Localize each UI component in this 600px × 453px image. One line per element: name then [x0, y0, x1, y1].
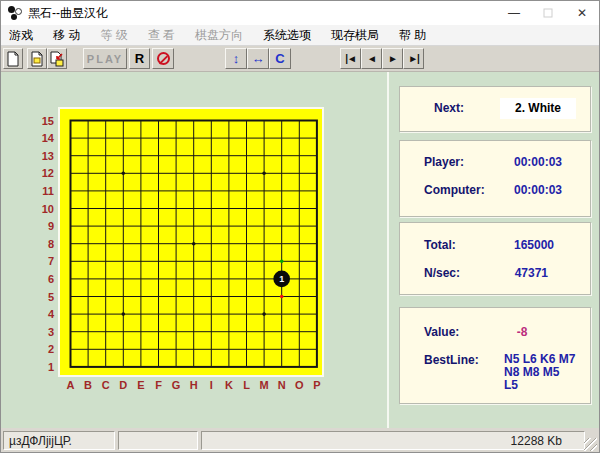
app-icon — [7, 5, 23, 21]
computer-time: 00:00:03 — [498, 183, 562, 197]
svg-text:O: O — [295, 379, 304, 391]
title-bar: 黑石--曲昱汉化 — ✕ — [1, 1, 599, 25]
next-panel: Next: 2. White — [399, 86, 591, 132]
close-button[interactable]: ✕ — [565, 1, 599, 25]
menu-level[interactable]: 等 级 — [100, 27, 127, 44]
svg-text:N: N — [278, 379, 286, 391]
resize-grip-icon[interactable] — [584, 438, 597, 451]
svg-text:K: K — [225, 379, 233, 391]
svg-text:I: I — [210, 379, 213, 391]
next-label: Next: — [434, 101, 464, 115]
r-label: R — [135, 51, 144, 66]
svg-text:13: 13 — [42, 150, 54, 162]
stop-icon — [157, 52, 170, 65]
play-button[interactable]: PLAY — [83, 48, 127, 69]
clock-panel: Player: 00:00:03 Computer: 00:00:03 — [399, 140, 591, 217]
svg-text:L: L — [243, 379, 250, 391]
board-svg[interactable]: 1151413121110987654321ABCDEFGHIKLMNOP — [29, 101, 329, 397]
window-title: 黑石--曲昱汉化 — [28, 5, 108, 22]
nav-last-icon: ►| — [408, 53, 419, 64]
flip-vertical-button[interactable]: ↕ — [225, 48, 247, 69]
open-button[interactable] — [27, 48, 47, 69]
menu-help[interactable]: 帮 助 — [399, 27, 426, 44]
new-icon — [5, 51, 21, 67]
rotate-icon: C — [275, 51, 284, 66]
maximize-button[interactable] — [531, 1, 565, 25]
svg-text:12: 12 — [42, 167, 54, 179]
menu-game[interactable]: 游戏 — [9, 27, 33, 44]
svg-text:4: 4 — [48, 308, 55, 320]
menu-bar: 游戏 移 动 等 级 查 看 棋盘方向 系统选项 现存棋局 帮 助 — [1, 25, 599, 46]
svg-text:1: 1 — [279, 274, 284, 284]
svg-text:B: B — [84, 379, 92, 391]
nav-prev-button[interactable]: ◄ — [361, 48, 382, 69]
nsec-label: N/sec: — [424, 266, 460, 280]
status-empty — [118, 431, 198, 450]
svg-text:8: 8 — [48, 238, 54, 250]
player-time: 00:00:03 — [498, 155, 562, 169]
flip-horizontal-icon: ↔ — [252, 51, 265, 66]
svg-text:10: 10 — [42, 203, 54, 215]
save-icon — [49, 51, 65, 67]
new-button[interactable] — [3, 48, 23, 69]
svg-text:1: 1 — [48, 361, 54, 373]
svg-text:15: 15 — [42, 115, 54, 127]
svg-text:M: M — [260, 379, 269, 391]
svg-text:D: D — [119, 379, 127, 391]
client-area: 1151413121110987654321ABCDEFGHIKLMNOP Ne… — [1, 72, 599, 428]
stop-slash — [158, 55, 167, 64]
computer-label: Computer: — [424, 183, 485, 197]
panel-divider — [387, 72, 389, 428]
flip-horizontal-button[interactable]: ↔ — [247, 48, 269, 69]
play-label: PLAY — [87, 53, 123, 65]
player-label: Player: — [424, 155, 464, 169]
menu-system-options[interactable]: 系统选项 — [263, 27, 311, 44]
menu-board-direction[interactable]: 棋盘方向 — [195, 27, 243, 44]
status-message: µзДФЛjijЦР. — [3, 431, 115, 450]
total-value: 165000 — [494, 238, 554, 252]
svg-text:G: G — [172, 379, 181, 391]
nav-next-button[interactable]: ► — [382, 48, 403, 69]
next-value: 2. White — [500, 98, 576, 119]
svg-text:14: 14 — [42, 132, 55, 144]
svg-text:3: 3 — [48, 326, 54, 338]
menu-saved-games[interactable]: 现存棋局 — [331, 27, 379, 44]
svg-text:9: 9 — [48, 220, 54, 232]
nav-first-button[interactable]: |◄ — [340, 48, 361, 69]
svg-text:F: F — [155, 379, 162, 391]
nav-first-icon: |◄ — [345, 53, 356, 64]
window-controls: — ✕ — [497, 1, 599, 25]
total-label: Total: — [424, 238, 456, 252]
status-bar: µзДФЛjijЦР. 12288 Kb — [1, 428, 599, 453]
flip-vertical-icon: ↕ — [233, 51, 240, 66]
memory-indicator: 12288 Kb — [201, 431, 585, 450]
stop-button[interactable] — [152, 48, 174, 69]
redo-button[interactable]: R — [129, 48, 150, 69]
svg-text:C: C — [102, 379, 110, 391]
svg-text:P: P — [313, 379, 320, 391]
svg-text:11: 11 — [42, 185, 54, 197]
eval-panel: Value: -8 BestLine: N5 L6 K6 M7 N8 M8 M5… — [399, 307, 591, 404]
menu-view[interactable]: 查 看 — [148, 27, 175, 44]
nav-prev-icon: ◄ — [367, 53, 376, 64]
nav-next-icon: ► — [388, 53, 397, 64]
svg-text:7: 7 — [48, 255, 54, 267]
bestline-label: BestLine: — [424, 353, 479, 367]
value-label: Value: — [424, 325, 459, 339]
svg-text:5: 5 — [48, 291, 54, 303]
svg-text:2: 2 — [48, 343, 54, 355]
minimize-button[interactable]: — — [497, 1, 531, 25]
stats-panel: Total: 165000 N/sec: 47371 — [399, 222, 591, 295]
svg-text:E: E — [137, 379, 144, 391]
toolbar: PLAY R ↕ ↔ C |◄ ◄ ► ►| — [1, 46, 599, 72]
maximize-icon — [543, 8, 553, 18]
rotate-button[interactable]: C — [269, 48, 291, 69]
menu-move[interactable]: 移 动 — [53, 27, 80, 44]
app-window: 黑石--曲昱汉化 — ✕ 游戏 移 动 等 级 查 看 棋盘方向 系统选项 现存… — [0, 0, 600, 453]
black-stone-icon — [8, 6, 15, 13]
black-stone-icon — [11, 14, 17, 20]
save-button[interactable] — [47, 48, 67, 69]
nav-last-button[interactable]: ►| — [403, 48, 424, 69]
svg-text:A: A — [67, 379, 75, 391]
bestline-value: N5 L6 K6 M7 N8 M8 M5 L5 — [504, 353, 590, 392]
